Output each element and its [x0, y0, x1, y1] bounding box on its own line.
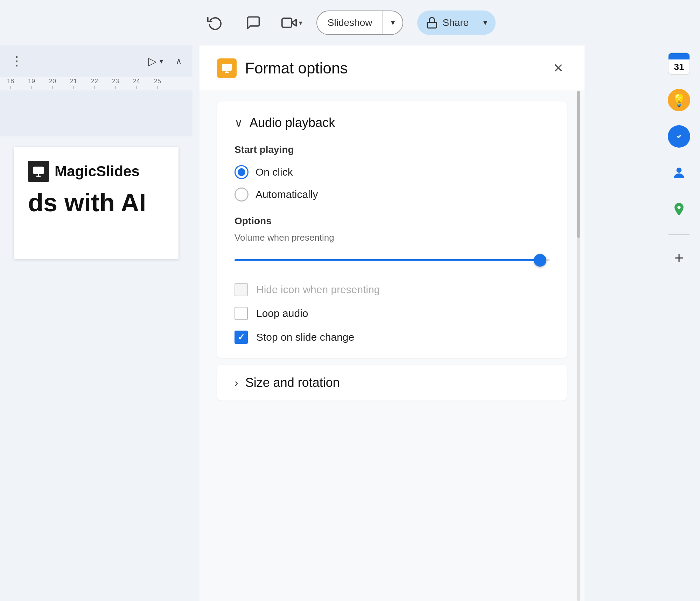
format-panel-header: Format options ✕: [200, 45, 584, 91]
ruler-mark: 25: [147, 78, 168, 89]
slideshow-label: Slideshow: [317, 11, 384, 34]
size-rotation-section: › Size and rotation: [217, 365, 567, 401]
loop-audio-option[interactable]: Loop audio: [234, 307, 550, 320]
start-playing-label: Start playing: [234, 144, 550, 155]
add-addon-button[interactable]: +: [674, 249, 684, 267]
history-icon[interactable]: [204, 12, 225, 33]
comments-icon[interactable]: [243, 12, 264, 33]
on-click-radio-label: On click: [255, 166, 293, 178]
ruler-mark: 24: [126, 78, 147, 89]
slide-area: MagicSlides ds with AI: [0, 136, 192, 601]
slide-main-text: ds with AI: [28, 189, 164, 217]
tasks-icon[interactable]: [668, 125, 690, 148]
share-button[interactable]: Share ▾: [417, 10, 496, 35]
ruler: 18 19 20 21 22 23 24 25: [0, 77, 192, 91]
share-label: Share: [442, 17, 469, 28]
ideas-icon[interactable]: 💡: [668, 89, 690, 111]
video-dropdown-arrow[interactable]: ▾: [299, 19, 302, 27]
left-panel-toolbar: ⋮ ▷ ▾ ∧: [0, 45, 192, 77]
ruler-mark: 19: [21, 78, 42, 89]
format-panel-content: ∨ Audio playback Start playing On click …: [200, 91, 584, 411]
cursor-group[interactable]: ▷ ▾ ∧: [148, 55, 182, 68]
person-svg: [671, 165, 687, 181]
check-svg: [673, 130, 685, 143]
volume-slider[interactable]: [234, 252, 550, 269]
slider-thumb[interactable]: [534, 254, 546, 267]
stop-on-change-checkbox[interactable]: [234, 331, 248, 344]
svg-rect-2: [427, 22, 437, 28]
size-rotation-chevron: ›: [234, 376, 238, 389]
svg-rect-3: [33, 167, 44, 174]
share-divider: [476, 16, 476, 30]
scrollbar-track: [577, 91, 580, 601]
lock-icon: [426, 16, 438, 29]
more-options-icon[interactable]: ⋮: [10, 54, 24, 69]
ruler-mark: 23: [105, 78, 126, 89]
hide-icon-label: Hide icon when presenting: [256, 284, 380, 296]
loop-audio-checkbox[interactable]: [234, 307, 248, 320]
scrollbar[interactable]: [576, 91, 581, 601]
hide-icon-checkbox[interactable]: [234, 283, 248, 296]
slideshow-dropdown-arrow[interactable]: ▾: [383, 11, 402, 34]
svg-rect-6: [222, 64, 232, 71]
on-click-radio-circle[interactable]: [234, 165, 248, 179]
chevron-up-icon[interactable]: ∧: [176, 56, 182, 66]
maps-icon[interactable]: [668, 198, 690, 220]
on-click-radio[interactable]: On click: [234, 165, 550, 179]
toolbar: ▾ Slideshow ▾ Share ▾: [0, 0, 700, 45]
format-panel: Format options ✕ ∨ Audio playback Start …: [200, 45, 584, 601]
svg-point-10: [677, 168, 682, 173]
svg-rect-1: [282, 18, 292, 27]
volume-label: Volume when presenting: [234, 232, 550, 243]
slide-canvas: MagicSlides ds with AI: [14, 147, 178, 259]
right-sidebar: 31 💡 +: [658, 45, 700, 601]
close-button[interactable]: ✕: [550, 59, 567, 77]
loop-audio-label: Loop audio: [256, 307, 308, 319]
slide-logo-text: MagicSlides: [55, 163, 140, 180]
audio-playback-chevron: ∨: [234, 116, 243, 129]
automatically-radio-label: Automatically: [255, 189, 318, 200]
ruler-mark: 21: [63, 78, 84, 89]
automatically-radio[interactable]: Automatically: [234, 188, 550, 201]
audio-playback-section: ∨ Audio playback Start playing On click …: [217, 101, 567, 358]
start-playing-radio-group: On click Automatically: [234, 165, 550, 201]
size-rotation-header[interactable]: › Size and rotation: [234, 375, 550, 390]
calendar-icon[interactable]: 31: [668, 52, 690, 75]
toolbar-icons: ▾: [204, 12, 302, 33]
options-checkbox-group: Hide icon when presenting Loop audio Sto…: [234, 283, 550, 344]
ruler-marks: 18 19 20 21 22 23 24 25: [0, 78, 168, 89]
slide-logo-icon: [28, 161, 49, 182]
share-dropdown-arrow[interactable]: ▾: [483, 18, 487, 27]
calendar-number: 31: [668, 59, 690, 74]
automatically-radio-circle[interactable]: [234, 188, 248, 201]
hide-icon-option[interactable]: Hide icon when presenting: [234, 283, 550, 296]
ruler-mark: 18: [0, 78, 21, 89]
calendar-top: [668, 53, 690, 59]
sidebar-divider: [668, 234, 690, 235]
slideshow-button[interactable]: Slideshow ▾: [316, 10, 404, 35]
options-label: Options: [234, 215, 550, 227]
contacts-icon[interactable]: [668, 162, 690, 184]
ruler-mark: 22: [84, 78, 105, 89]
svg-marker-0: [292, 20, 296, 26]
cursor-dropdown-arrow[interactable]: ▾: [160, 57, 163, 65]
stop-on-change-label: Stop on slide change: [256, 331, 354, 343]
slider-track-filled: [234, 259, 550, 261]
video-icon-group[interactable]: ▾: [281, 15, 302, 30]
maps-svg: [671, 201, 687, 217]
ruler-mark: 20: [42, 78, 63, 89]
svg-point-11: [677, 206, 680, 209]
scrollbar-thumb[interactable]: [577, 91, 580, 238]
format-panel-title: Format options: [245, 59, 541, 77]
slide-logo-area: MagicSlides: [28, 161, 164, 182]
audio-playback-header[interactable]: ∨ Audio playback: [234, 115, 550, 130]
size-rotation-title: Size and rotation: [245, 375, 340, 390]
left-panel: ⋮ ▷ ▾ ∧ 18 19 20 21 22 23 24 25 MagicS: [0, 45, 192, 601]
format-panel-icon: [217, 58, 237, 78]
audio-playback-title: Audio playback: [250, 115, 335, 130]
cursor-icon: ▷: [148, 55, 157, 68]
stop-on-change-option[interactable]: Stop on slide change: [234, 331, 550, 344]
